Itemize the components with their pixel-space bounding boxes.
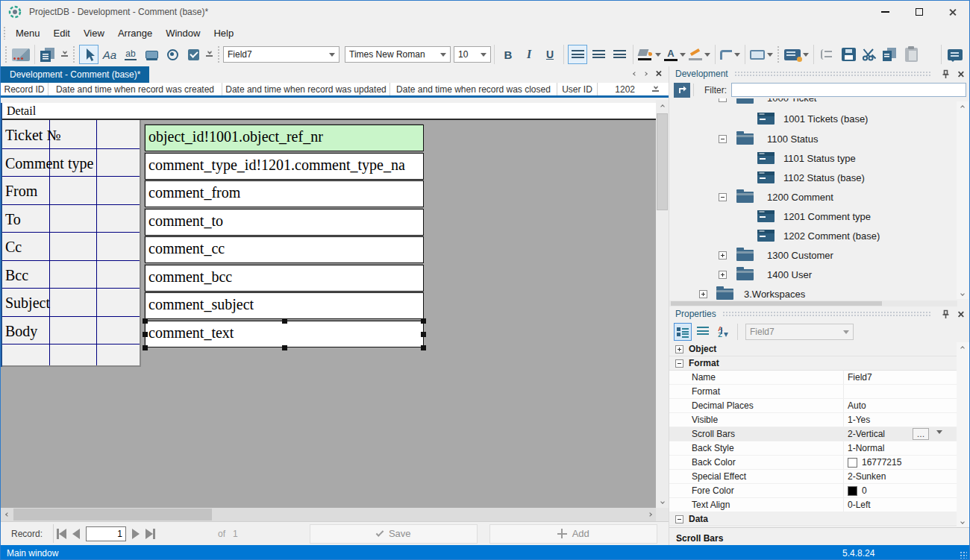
design-canvas[interactable]: Detail Ticket № Comment type From To Cc … bbox=[1, 100, 669, 508]
textbox-tool-button[interactable]: ab bbox=[121, 45, 140, 64]
font-color-button[interactable]: A bbox=[663, 45, 686, 64]
field-control[interactable]: comment_cc bbox=[145, 236, 424, 263]
form-view-button[interactable] bbox=[783, 45, 810, 64]
align-center-button[interactable] bbox=[589, 45, 608, 64]
tree-vertical-scrollbar[interactable] bbox=[957, 101, 969, 299]
tree-item-1400-user[interactable]: 1400 User bbox=[669, 265, 957, 284]
property-group-object[interactable]: Object bbox=[669, 342, 957, 356]
field-control[interactable]: comment_type_id!1201.comment_type_na bbox=[145, 153, 424, 180]
tab-scroll-left-icon[interactable] bbox=[633, 72, 637, 76]
expand-icon[interactable] bbox=[719, 271, 727, 279]
property-row-name[interactable]: Name Field7 bbox=[669, 371, 957, 385]
tree-item-1102-status-base[interactable]: 1102 Status (base) bbox=[669, 168, 957, 187]
column-header[interactable]: 1202 bbox=[598, 83, 642, 95]
scroll-down-icon[interactable] bbox=[957, 516, 969, 527]
tree-item-1201-comment-type[interactable]: 1201 Comment type bbox=[669, 207, 957, 226]
selection-handle[interactable] bbox=[143, 332, 148, 337]
shape-button[interactable] bbox=[749, 45, 774, 64]
outline-button[interactable] bbox=[818, 45, 837, 64]
save-record-button[interactable]: Save bbox=[310, 524, 478, 544]
tree-item-3-workspaces[interactable]: 3.Workspaces bbox=[669, 284, 957, 301]
scrollbar-thumb[interactable] bbox=[671, 301, 882, 306]
menu-item-menu[interactable]: Menu bbox=[9, 25, 47, 42]
column-header[interactable]: Date and time when record was created bbox=[48, 83, 222, 95]
property-group-format[interactable]: Format bbox=[669, 356, 957, 371]
design-horizontal-scrollbar[interactable] bbox=[1, 508, 656, 521]
selection-handle[interactable] bbox=[421, 332, 426, 337]
expand-icon[interactable] bbox=[699, 290, 707, 298]
select-tool-button[interactable] bbox=[79, 45, 98, 64]
column-header[interactable]: Date and time when record was updated bbox=[222, 83, 390, 95]
sort-az-button[interactable]: AZ bbox=[714, 323, 732, 341]
border-style-button[interactable] bbox=[719, 45, 741, 64]
cut-button[interactable] bbox=[860, 45, 879, 64]
field-control[interactable]: comment_to bbox=[145, 209, 424, 236]
scroll-down-icon[interactable] bbox=[957, 288, 969, 299]
tree-horizontal-scrollbar[interactable] bbox=[669, 301, 957, 306]
tab-scroll-right-icon[interactable] bbox=[643, 72, 648, 76]
object-selector-combo[interactable]: Field7 bbox=[223, 46, 340, 63]
fill-color-button[interactable] bbox=[637, 45, 662, 64]
design-section-header[interactable]: Detail bbox=[2, 103, 656, 120]
menu-item-arrange[interactable]: Arrange bbox=[111, 25, 159, 42]
column-header[interactable]: Record ID bbox=[1, 83, 48, 95]
alphabetical-view-button[interactable] bbox=[694, 323, 712, 341]
comments-panel-button[interactable] bbox=[945, 45, 965, 64]
tree-item-1000-ticket[interactable]: 1000 Ticket bbox=[669, 98, 957, 107]
highlight-color-button[interactable] bbox=[688, 45, 711, 64]
field-control[interactable]: comment_bcc bbox=[145, 265, 424, 292]
underline-button[interactable]: U bbox=[540, 45, 560, 64]
insert-image-button[interactable] bbox=[11, 45, 31, 64]
field-label[interactable]: From bbox=[5, 183, 37, 200]
ellipsis-button[interactable]: … bbox=[913, 428, 929, 440]
tab-development-comment[interactable]: Development - Comment (base)* bbox=[1, 66, 149, 83]
menu-item-window[interactable]: Window bbox=[159, 25, 207, 42]
tree-item-1100-status[interactable]: 1100 Status bbox=[669, 129, 957, 148]
collapse-icon[interactable] bbox=[675, 515, 683, 523]
property-row-back-color[interactable]: Back Color 16777215 bbox=[669, 456, 957, 470]
resize-grip[interactable] bbox=[960, 551, 967, 559]
menu-item-edit[interactable]: Edit bbox=[47, 25, 77, 42]
field-control[interactable]: comment_subject bbox=[145, 292, 424, 319]
column-header[interactable]: User ID bbox=[557, 83, 598, 95]
copy-button[interactable] bbox=[880, 45, 900, 64]
toolbar-overflow-button[interactable] bbox=[204, 52, 215, 57]
menu-item-view[interactable]: View bbox=[77, 25, 111, 42]
tree-item-1300-customer[interactable]: 1300 Customer bbox=[669, 245, 957, 265]
close-button[interactable] bbox=[936, 1, 969, 23]
design-vertical-scrollbar[interactable] bbox=[656, 100, 669, 508]
tab-close-icon[interactable] bbox=[655, 70, 662, 77]
selection-handle[interactable] bbox=[282, 318, 287, 324]
previous-record-button[interactable] bbox=[72, 529, 80, 539]
field-label[interactable]: Body bbox=[5, 323, 37, 340]
toolbar-overflow-button[interactable] bbox=[59, 52, 70, 57]
field-label[interactable]: Bcc bbox=[5, 267, 28, 284]
checkbox-tool-button[interactable] bbox=[184, 45, 203, 64]
tree-item-1202-comment-base[interactable]: 1202 Comment (base) bbox=[669, 226, 957, 245]
property-row-back-style[interactable]: Back Style 1-Normal bbox=[669, 441, 957, 456]
field-label[interactable]: Ticket № bbox=[5, 127, 60, 144]
pin-button[interactable] bbox=[939, 68, 951, 80]
italic-button[interactable]: I bbox=[519, 45, 539, 64]
field-label[interactable]: Subject bbox=[5, 295, 50, 312]
duplicate-view-button[interactable] bbox=[39, 45, 58, 64]
button-tool-button[interactable] bbox=[142, 45, 161, 64]
selection-handle[interactable] bbox=[143, 318, 148, 324]
chevron-down-icon[interactable] bbox=[936, 430, 942, 434]
first-record-button[interactable] bbox=[57, 529, 66, 539]
property-row-scroll-bars[interactable]: Scroll Bars 2-Vertical … bbox=[669, 427, 957, 441]
filter-input[interactable] bbox=[731, 83, 966, 97]
property-row-fore-color[interactable]: Fore Color 0 bbox=[669, 484, 957, 498]
property-row-visible[interactable]: Visible 1-Yes bbox=[669, 413, 957, 427]
menu-item-help[interactable]: Help bbox=[207, 25, 240, 42]
scroll-up-icon[interactable] bbox=[656, 100, 669, 113]
collapse-icon[interactable] bbox=[719, 193, 727, 201]
expand-icon[interactable] bbox=[675, 345, 683, 353]
radio-tool-button[interactable] bbox=[163, 45, 182, 64]
font-size-combo[interactable]: 10 bbox=[454, 46, 491, 63]
close-panel-button[interactable] bbox=[954, 68, 966, 80]
last-record-button[interactable] bbox=[146, 529, 155, 539]
scroll-up-icon[interactable] bbox=[957, 101, 969, 113]
label-tool-button[interactable]: Aa bbox=[100, 45, 119, 64]
property-row-decimal-places[interactable]: Decimal Places Auto bbox=[669, 399, 957, 413]
